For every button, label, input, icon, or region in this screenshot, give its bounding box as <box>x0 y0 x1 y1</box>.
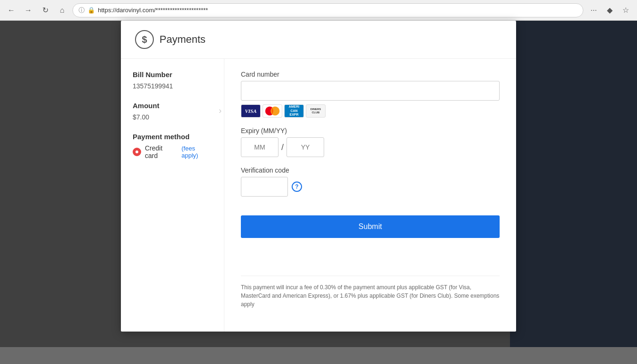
cvv-group: Verification code ? <box>241 166 500 197</box>
visa-logo: VISA <box>241 104 261 118</box>
modal-header: $ Payments <box>121 21 516 59</box>
submit-button[interactable]: Submit <box>241 215 500 238</box>
expiry-mm-input[interactable] <box>241 137 279 157</box>
fee-notice: This payment will incur a fee of 0.30% o… <box>241 276 500 309</box>
expiry-separator: / <box>281 142 284 152</box>
bookmark-button[interactable]: ☆ <box>619 4 632 17</box>
credit-card-label: Credit card <box>145 144 176 159</box>
cvv-label: Verification code <box>241 166 500 174</box>
amex-logo: AMERICANEXPR <box>284 104 304 118</box>
modal-overlay: $ Payments Bill Number 13575199941 Amoun… <box>0 21 637 347</box>
address-bar[interactable]: ⓘ 🔒 https://darovinyl.com/**************… <box>72 3 583 17</box>
diners-logo: DINERSCLUB <box>306 104 326 118</box>
bill-number-value: 13575199941 <box>133 82 212 90</box>
amount-value: $7.00 <box>133 113 212 121</box>
payment-method-label: Payment method <box>133 133 212 141</box>
expiry-yy-input[interactable] <box>287 137 324 157</box>
card-logos: VISA AMERICANEXPR DINERSCLUB <box>241 104 500 118</box>
info-icon: ⓘ <box>79 6 85 15</box>
expiry-inputs: / <box>241 137 500 157</box>
credit-card-option[interactable]: Credit card (fees apply) <box>133 144 212 159</box>
cvv-help-icon[interactable]: ? <box>292 182 302 192</box>
browser-content: T $ Payments Bill Number 13575199941 <box>0 21 637 347</box>
back-button[interactable]: ← <box>5 4 18 17</box>
left-info-panel: Bill Number 13575199941 Amount $7.00 Pay… <box>121 59 224 332</box>
arrow-indicator: › <box>219 106 222 116</box>
pocket-button[interactable]: ◆ <box>603 4 616 17</box>
modal-title: Payments <box>159 33 206 46</box>
forward-button[interactable]: → <box>22 4 35 17</box>
payments-modal: $ Payments Bill Number 13575199941 Amoun… <box>121 21 516 332</box>
url-text: https://darovinyl.com/******************… <box>98 7 208 14</box>
bill-number-label: Bill Number <box>133 71 212 79</box>
radio-selected-icon <box>133 148 141 156</box>
cvv-input-row: ? <box>241 177 500 197</box>
amount-label: Amount <box>133 102 212 110</box>
home-button[interactable]: ⌂ <box>56 4 69 17</box>
modal-body: Bill Number 13575199941 Amount $7.00 Pay… <box>121 59 516 332</box>
amount-section: Amount $7.00 <box>133 102 212 121</box>
payment-form-panel: Card number VISA AMERICAN <box>224 59 516 332</box>
expiry-label: Expiry (MM/YY) <box>241 127 500 135</box>
browser-actions: ··· ◆ ☆ <box>587 4 632 17</box>
payments-icon: $ <box>135 30 154 49</box>
bill-number-section: Bill Number 13575199941 <box>133 71 212 90</box>
browser-chrome: ← → ↻ ⌂ ⓘ 🔒 https://darovinyl.com/******… <box>0 0 637 21</box>
card-number-input[interactable] <box>241 81 500 101</box>
fees-apply-link[interactable]: (fees apply) <box>182 145 212 159</box>
lock-icon: 🔒 <box>88 7 95 14</box>
mastercard-logo <box>263 104 282 118</box>
more-button[interactable]: ··· <box>587 4 600 17</box>
card-number-label: Card number <box>241 71 500 78</box>
payment-method-section: Payment method Credit card (fees apply) <box>133 133 212 159</box>
reload-button[interactable]: ↻ <box>39 4 52 17</box>
radio-inner-dot <box>135 150 138 153</box>
cvv-input[interactable] <box>241 177 288 197</box>
expiry-group: Expiry (MM/YY) / <box>241 127 500 157</box>
card-number-group: Card number VISA AMERICAN <box>241 71 500 118</box>
